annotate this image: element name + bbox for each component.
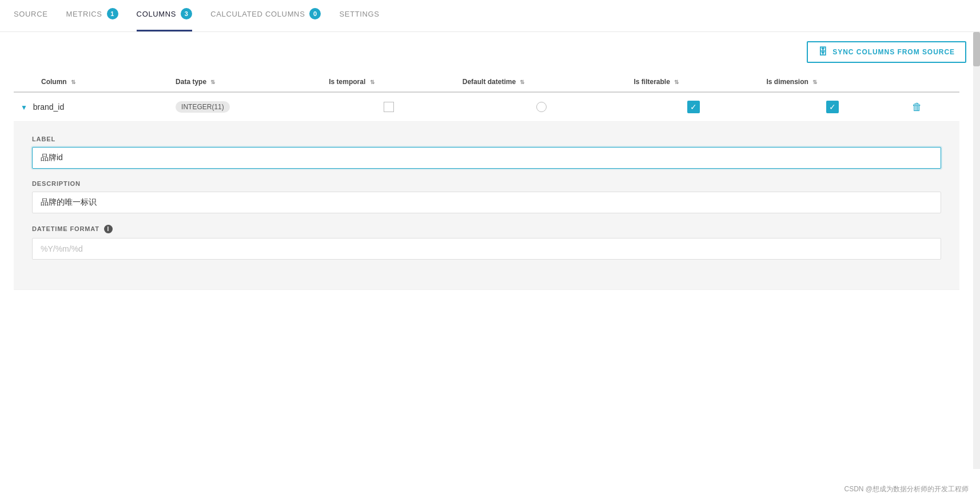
default-datetime-sort-icon[interactable]: ⇅ [520, 79, 524, 85]
tab-settings-label: SETTINGS [339, 10, 379, 18]
th-data-type-label: Data type [176, 78, 206, 86]
tab-columns-label: COLUMNS [137, 10, 177, 18]
columns-table-wrapper: Column ⇅ Data type ⇅ Is temporal ⇅ Def [14, 72, 959, 290]
cell-is-filterable: ✓ [627, 92, 760, 122]
is-temporal-checkbox-wrapper [329, 102, 449, 112]
column-sort-icon[interactable]: ⇅ [71, 79, 75, 85]
tab-calculated-columns-badge: 0 [309, 8, 321, 19]
th-actions [905, 72, 959, 92]
scrollbar-track [973, 32, 980, 469]
sync-button-label: SYNC COLUMNS FROM SOURCE [832, 48, 955, 56]
main-content: 🗄 SYNC COLUMNS FROM SOURCE Column ⇅ Data… [0, 32, 980, 299]
is-dimension-checkbox-wrapper: ✓ [767, 101, 899, 113]
th-is-dimension: Is dimension ⇅ [760, 72, 906, 92]
datetime-format-info-icon[interactable]: i [104, 225, 113, 233]
columns-table: Column ⇅ Data type ⇅ Is temporal ⇅ Def [14, 72, 959, 290]
expanded-row-cell: LABEL DESCRIPTION [14, 122, 959, 290]
tab-calculated-columns-label: CALCULATED COLUMNS [210, 10, 305, 18]
default-datetime-radio-wrapper [463, 102, 620, 112]
cell-is-dimension: ✓ [760, 92, 906, 122]
is-filterable-checkbox-wrapper: ✓ [634, 101, 753, 113]
tab-metrics-label: METRICS [66, 10, 102, 18]
is-temporal-sort-icon[interactable]: ⇅ [370, 79, 375, 85]
nav-tabs: SOURCE METRICS 1 COLUMNS 3 CALCULATED CO… [0, 0, 980, 32]
cell-default-datetime [456, 92, 627, 122]
table-row: ▼ brand_id INTEGER(11) [14, 92, 959, 122]
datetime-format-label-text: DATETIME FORMAT [32, 225, 99, 232]
delete-row-button[interactable]: 🗑 [912, 101, 922, 113]
expanded-row: LABEL DESCRIPTION [14, 122, 959, 290]
tab-columns[interactable]: COLUMNS 3 [137, 0, 193, 31]
cell-delete: 🗑 [905, 92, 959, 122]
th-column-label: Column [41, 78, 67, 86]
th-is-filterable-label: Is filterable [634, 78, 670, 86]
scrollbar-thumb[interactable] [973, 32, 980, 66]
th-default-datetime-label: Default datetime [463, 78, 516, 86]
data-type-badge: INTEGER(11) [176, 101, 230, 113]
description-field-group: DESCRIPTION [32, 180, 941, 213]
description-input[interactable] [32, 192, 941, 213]
data-type-sort-icon[interactable]: ⇅ [210, 79, 215, 85]
tab-metrics[interactable]: METRICS 1 [66, 0, 118, 31]
is-filterable-sort-icon[interactable]: ⇅ [674, 79, 679, 85]
sync-button-row: 🗄 SYNC COLUMNS FROM SOURCE [14, 41, 966, 63]
th-is-temporal-label: Is temporal [329, 78, 365, 86]
tab-source-label: SOURCE [14, 10, 48, 18]
th-is-dimension-label: Is dimension [767, 78, 808, 86]
expanded-panel: LABEL DESCRIPTION [14, 122, 959, 289]
tab-columns-badge: 3 [181, 8, 192, 19]
description-field-label: DESCRIPTION [32, 180, 941, 187]
column-name: brand_id [33, 102, 65, 112]
label-field-label: LABEL [32, 136, 941, 142]
tab-settings[interactable]: SETTINGS [339, 0, 379, 31]
tab-calculated-columns[interactable]: CALCULATED COLUMNS 0 [210, 0, 321, 31]
label-input[interactable] [32, 147, 941, 169]
tab-metrics-badge: 1 [107, 8, 118, 19]
is-temporal-checkbox[interactable] [384, 102, 394, 112]
th-is-temporal: Is temporal ⇅ [322, 72, 456, 92]
is-filterable-checkbox[interactable]: ✓ [687, 101, 700, 113]
th-data-type: Data type ⇅ [169, 72, 322, 92]
expand-row-arrow[interactable]: ▼ [21, 104, 27, 112]
tab-source[interactable]: SOURCE [14, 0, 48, 31]
default-datetime-radio[interactable] [536, 102, 547, 112]
is-dimension-sort-icon[interactable]: ⇅ [812, 79, 817, 85]
th-column: Column ⇅ [14, 72, 169, 92]
cell-column-name: ▼ brand_id [14, 92, 169, 122]
label-field-group: LABEL [32, 136, 941, 169]
datetime-format-input[interactable] [32, 238, 941, 260]
datetime-format-field-group: DATETIME FORMAT i [32, 225, 941, 260]
cell-data-type: INTEGER(11) [169, 92, 322, 122]
cell-is-temporal [322, 92, 456, 122]
th-is-filterable: Is filterable ⇅ [627, 72, 760, 92]
datetime-format-field-label: DATETIME FORMAT i [32, 225, 941, 233]
database-icon: 🗄 [818, 47, 828, 57]
is-dimension-checkbox[interactable]: ✓ [826, 101, 839, 113]
th-default-datetime: Default datetime ⇅ [456, 72, 627, 92]
sync-columns-button[interactable]: 🗄 SYNC COLUMNS FROM SOURCE [807, 41, 966, 63]
